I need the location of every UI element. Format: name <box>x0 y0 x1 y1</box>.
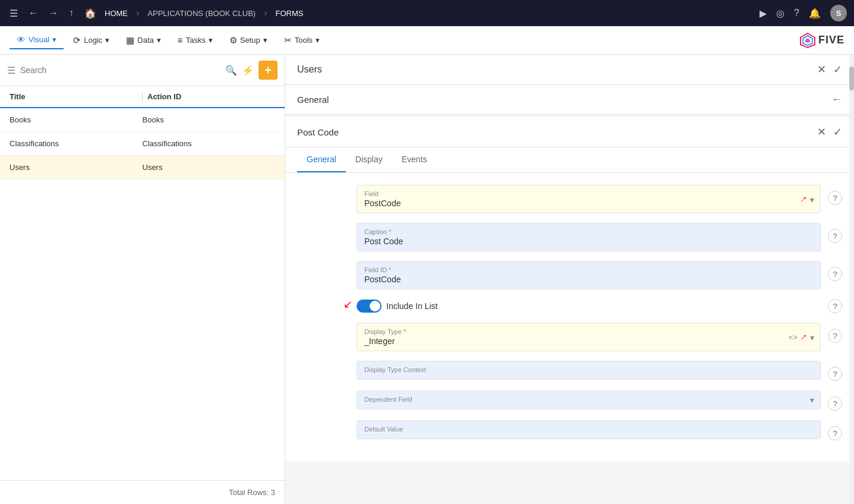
users-panel-header: Users ✕ ✓ <box>285 55 854 85</box>
bell-icon[interactable]: 🔔 <box>809 8 821 19</box>
menu-icon[interactable]: ☰ <box>7 5 20 21</box>
help-nav-icon[interactable]: ? <box>794 8 799 18</box>
five-logo-text: FIVE <box>818 34 844 46</box>
field-label: Field <box>364 190 813 197</box>
tab-display[interactable]: Display <box>346 147 392 172</box>
dependent-field-container[interactable]: Dependent Field ▾ <box>357 390 821 410</box>
setup-nav-btn[interactable]: ⚙ Setup ▾ <box>222 32 275 49</box>
tasks-nav-btn[interactable]: ≡ Tasks ▾ <box>171 32 220 49</box>
field-dropdown-icon[interactable]: ↑ ▾ <box>801 193 814 206</box>
display-type-wrapper: Display Type * _Integer <> ↑ ▾ <box>357 323 821 351</box>
up-icon[interactable]: ↑ <box>67 5 76 21</box>
form-content: Field PostCode ↑ ▾ ? Cap <box>285 173 854 462</box>
visual-nav-btn[interactable]: 👁 Visual ▾ <box>10 31 64 49</box>
post-code-confirm-btn[interactable]: ✓ <box>833 125 842 138</box>
field-id-help-icon[interactable]: ? <box>828 267 842 281</box>
five-logo-svg <box>799 32 816 49</box>
default-value-help-icon[interactable]: ? <box>828 426 842 440</box>
data-nav-btn[interactable]: ▦ Data ▾ <box>119 32 168 49</box>
include-in-list-row: ↗ Include In List ? <box>357 299 842 313</box>
include-in-list-help-icon[interactable]: ? <box>828 299 842 313</box>
logic-nav-btn[interactable]: ⟳ Logic ▾ <box>66 32 116 49</box>
dependent-field-chevron[interactable]: ▾ <box>810 395 814 405</box>
top-nav-right: ▶ ◎ ? 🔔 S <box>760 5 847 21</box>
caption-row: Caption * Post Code ? <box>357 223 842 251</box>
field-container[interactable]: Field PostCode ↑ ▾ <box>357 185 821 213</box>
default-value-wrapper: Default Value <box>357 420 821 439</box>
classifications-action-cell: Classifications <box>143 139 276 148</box>
tools-icon: ✂ <box>284 35 292 46</box>
forward-icon[interactable]: → <box>46 5 61 21</box>
chevron-down-display-icon: ▾ <box>810 332 814 342</box>
code-icon: <> <box>789 333 798 342</box>
general-title: General <box>297 94 329 105</box>
general-actions: ← <box>831 93 842 106</box>
classifications-title-cell: Classifications <box>10 139 143 148</box>
scrollbar-thumb[interactable] <box>849 67 854 90</box>
search-input[interactable] <box>20 65 220 75</box>
field-id-wrapper: Field ID * PostCode <box>357 261 821 289</box>
apps-label[interactable]: APPLICATIONS (BOOK CLUB) <box>147 9 256 18</box>
display-type-container[interactable]: Display Type * _Integer <> ↑ ▾ <box>357 323 821 351</box>
scrollbar-track[interactable] <box>849 55 854 504</box>
field-value: PostCode <box>364 199 813 208</box>
field-id-label: Field ID * <box>364 266 813 273</box>
forms-label[interactable]: FORMS <box>275 9 303 18</box>
dependent-field-row: Dependent Field ▾ ? <box>357 390 842 411</box>
default-value-container[interactable]: Default Value <box>357 420 821 439</box>
include-in-list-label: Include In List <box>386 301 437 311</box>
tabs: General Display Events <box>285 147 854 173</box>
back-icon[interactable]: ← <box>26 5 40 21</box>
post-code-close-btn[interactable]: ✕ <box>817 125 826 138</box>
display-type-help-icon[interactable]: ? <box>828 329 842 343</box>
filter-icon[interactable]: ☰ <box>7 65 15 76</box>
tools-nav-btn[interactable]: ✂ Tools ▾ <box>277 32 327 49</box>
visual-icon: 👁 <box>17 34 26 45</box>
sidebar-footer: Total Rows: 3 <box>0 480 285 504</box>
confirm-panel-btn[interactable]: ✓ <box>833 63 842 76</box>
display-type-value: _Integer <box>364 336 813 346</box>
chevron-down-icon: ▾ <box>810 194 814 204</box>
title-col-header: Title <box>10 92 137 101</box>
display-type-context-help-icon[interactable]: ? <box>828 367 842 381</box>
display-type-context-label: Display Type Context <box>364 366 813 373</box>
avatar[interactable]: S <box>830 5 847 21</box>
dependent-field-help-icon[interactable]: ? <box>828 396 842 411</box>
tasks-icon: ≡ <box>178 35 183 45</box>
field-help-icon[interactable]: ? <box>828 191 842 205</box>
dependent-field-label: Dependent Field <box>364 396 813 403</box>
flash-icon[interactable]: ⚡ <box>242 65 254 76</box>
field-id-container[interactable]: Field ID * PostCode <box>357 261 821 289</box>
search-nav-icon[interactable]: ◎ <box>776 8 784 19</box>
search-icon[interactable]: 🔍 <box>225 65 237 76</box>
field-id-row: Field ID * PostCode ? <box>357 261 842 289</box>
include-in-list-toggle[interactable] <box>357 300 382 313</box>
table-header: Title Action ID <box>0 86 285 108</box>
add-button[interactable]: + <box>259 61 278 80</box>
table-row[interactable]: Books Books <box>0 108 285 132</box>
setup-icon: ⚙ <box>229 35 237 46</box>
display-type-context-wrapper: Display Type Context <box>357 361 821 380</box>
dependent-field-wrapper: Dependent Field ▾ <box>357 390 821 410</box>
play-icon[interactable]: ▶ <box>760 8 767 19</box>
display-type-context-row: Display Type Context ? <box>357 361 842 381</box>
panel-actions: ✕ ✓ <box>817 63 842 76</box>
right-panel: Users ✕ ✓ General ← Post Code ✕ ✓ <box>285 55 854 504</box>
svg-marker-0 <box>801 33 815 48</box>
caption-label: Caption * <box>364 228 813 235</box>
tab-general[interactable]: General <box>297 147 346 172</box>
tab-events[interactable]: Events <box>392 147 437 172</box>
sidebar: ☰ 🔍 ⚡ + Title Action ID Books Books Clas… <box>0 55 285 504</box>
display-type-icons[interactable]: <> ↑ ▾ <box>789 331 814 344</box>
caption-container[interactable]: Caption * Post Code <box>357 223 821 251</box>
field-row: Field PostCode ↑ ▾ ? <box>357 185 842 213</box>
home-icon: 🏠 <box>82 5 99 21</box>
close-panel-btn[interactable]: ✕ <box>817 63 826 76</box>
display-type-context-container[interactable]: Display Type Context <box>357 361 821 380</box>
table-row[interactable]: Classifications Classifications <box>0 132 285 156</box>
field-id-value: PostCode <box>364 275 813 284</box>
table-row[interactable]: Users Users <box>0 156 285 179</box>
caption-help-icon[interactable]: ? <box>828 229 842 243</box>
general-back-btn[interactable]: ← <box>831 93 842 106</box>
home-label[interactable]: HOME <box>105 9 128 18</box>
